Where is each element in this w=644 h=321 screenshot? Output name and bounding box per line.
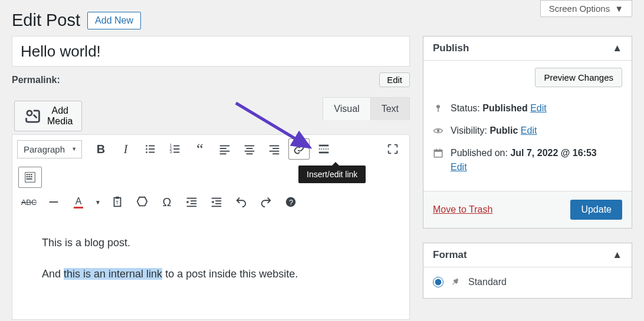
editor-paragraph: This is a blog post. [42,234,380,252]
redo-button[interactable] [255,191,277,213]
paragraph-format-select[interactable]: Paragraph [17,140,82,158]
collapse-icon: ▲ [612,42,622,54]
svg-rect-45 [215,200,221,201]
visibility-edit-link[interactable]: Edit [521,125,537,135]
svg-rect-30 [28,174,30,176]
bullet-list-button[interactable] [140,138,161,160]
published-on-edit-link[interactable]: Edit [451,162,467,172]
svg-text:?: ? [289,198,293,207]
visibility-label: Visibility: [451,125,489,135]
svg-rect-33 [28,176,30,177]
italic-button[interactable]: I [115,138,136,160]
collapse-icon: ▲ [612,249,622,261]
special-character-button[interactable]: Ω [156,191,178,213]
permalink-edit-button[interactable]: Edit [379,72,410,87]
post-title-input[interactable] [12,36,410,67]
calendar-icon [433,148,443,158]
svg-rect-43 [187,206,197,207]
editor-text: to a post inside this website. [162,268,298,280]
svg-rect-8 [173,145,179,147]
svg-rect-31 [31,174,32,176]
publish-box: Publish ▲ Preview Changes Status: Publis… [423,36,632,229]
tab-visual[interactable]: Visual [323,98,370,120]
status-edit-link[interactable]: Edit [530,103,547,113]
svg-rect-44 [212,198,222,199]
svg-rect-34 [31,176,32,177]
add-media-button[interactable]: Add Media [14,101,82,131]
align-right-button[interactable] [264,138,285,160]
svg-rect-42 [190,203,196,204]
preview-changes-button[interactable]: Preview Changes [535,68,622,87]
text-color-button[interactable]: A [68,191,89,213]
format-header[interactable]: Format ▲ [423,243,632,267]
help-button[interactable]: ? [280,191,301,213]
screen-options-toggle[interactable]: Screen Options ▼ [540,0,632,17]
align-center-button[interactable] [239,138,260,160]
svg-rect-6 [149,152,155,153]
editor-content[interactable]: This is a blog post. And this is an inte… [12,216,409,319]
format-option-standard[interactable]: Standard [433,274,622,290]
fullscreen-button[interactable] [382,138,403,160]
svg-rect-32 [27,176,28,177]
svg-point-5 [146,151,147,153]
clear-formatting-button[interactable] [132,191,153,213]
svg-rect-18 [247,148,253,149]
screen-options-label: Screen Options [549,4,610,14]
format-title: Format [433,249,467,261]
indent-button[interactable] [206,191,227,213]
svg-rect-24 [272,153,279,154]
svg-point-52 [437,130,440,133]
svg-rect-46 [215,203,221,204]
pin-icon [433,103,443,114]
add-new-button[interactable]: Add New [87,12,141,29]
svg-rect-16 [220,153,226,154]
svg-rect-55 [436,149,437,151]
blockquote-button[interactable]: “ [189,138,211,160]
paragraph-format-label: Paragraph [24,144,65,154]
status-label: Status: [451,103,482,113]
svg-rect-14 [220,148,226,149]
horizontal-rule-button[interactable] [43,191,64,213]
read-more-button[interactable] [313,138,334,160]
svg-rect-25 [319,145,329,147]
svg-rect-27 [319,152,329,154]
outdent-button[interactable] [181,191,202,213]
move-to-trash-link[interactable]: Move to Trash [433,204,492,215]
undo-button[interactable] [231,191,252,213]
pin-icon [451,277,461,287]
svg-point-0 [27,110,32,115]
permalink-url [65,77,374,83]
svg-point-50 [436,105,440,108]
svg-text:T: T [116,200,119,206]
svg-rect-20 [247,153,253,154]
bold-button[interactable]: B [90,138,111,160]
update-button[interactable]: Update [570,200,622,220]
tab-text[interactable]: Text [371,98,410,120]
svg-rect-54 [434,150,442,152]
svg-rect-36 [50,201,58,203]
svg-text:3: 3 [170,150,172,154]
toolbar-toggle-button[interactable] [18,167,42,188]
text-color-dropdown[interactable]: ▼ [93,191,103,213]
link-button[interactable] [288,138,310,160]
permalink-label: Permalink: [12,75,60,85]
svg-rect-19 [245,151,255,152]
strikethrough-button[interactable]: ABC [18,191,40,213]
svg-rect-35 [27,178,32,180]
visibility-value: Public [489,125,518,135]
align-left-button[interactable] [214,138,235,160]
svg-rect-38 [116,197,119,199]
svg-rect-56 [439,149,441,151]
visibility-icon [433,125,443,136]
svg-point-3 [146,148,147,150]
numbered-list-button[interactable]: 123 [165,138,186,160]
svg-rect-13 [220,145,230,147]
svg-rect-22 [272,148,279,149]
format-radio-standard[interactable] [433,277,443,287]
editor-text: And [42,268,64,280]
paste-text-button[interactable]: T [107,191,128,213]
publish-header[interactable]: Publish ▲ [423,37,632,61]
add-media-label: Add Media [47,105,73,127]
published-on-value: Jul 7, 2022 @ 16:53 [510,148,596,158]
format-option-label: Standard [468,277,507,287]
